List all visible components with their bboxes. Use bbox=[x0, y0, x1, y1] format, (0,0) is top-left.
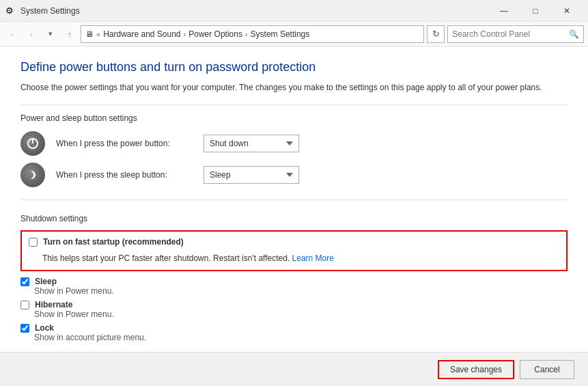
section-divider-2 bbox=[20, 199, 568, 200]
power-icon bbox=[20, 131, 45, 156]
power-button-label: When I press the power button: bbox=[56, 139, 193, 148]
hibernate-checkbox[interactable] bbox=[20, 301, 29, 309]
sleep-row: Sleep Show in Power menu. bbox=[20, 277, 568, 296]
fast-startup-checkbox[interactable] bbox=[29, 238, 38, 247]
shutdown-section: Shutdown settings Turn on fast startup (… bbox=[20, 214, 568, 346]
lock-checkbox-label[interactable]: Lock bbox=[35, 323, 54, 333]
learn-more-link[interactable]: Learn More bbox=[292, 253, 334, 263]
breadcrumb-path[interactable]: 🖥 « Hardware and Sound › Power Options ›… bbox=[81, 25, 424, 43]
bottom-bar: Save changes Cancel bbox=[0, 352, 588, 386]
fast-startup-label[interactable]: Turn on fast startup (recommended) bbox=[43, 237, 184, 247]
main-content: Define power buttons and turn on passwor… bbox=[0, 46, 588, 386]
fast-startup-row: Turn on fast startup (recommended) bbox=[29, 237, 559, 247]
recent-locations-button[interactable]: ▾ bbox=[42, 26, 59, 42]
minimize-button[interactable]: — bbox=[488, 0, 520, 22]
sleep-desc: Show in Power menu. bbox=[34, 286, 568, 296]
sleep-button-select[interactable]: Sleep Do nothing Hibernate Shut down bbox=[204, 166, 299, 184]
hibernate-desc: Show in Power menu. bbox=[34, 309, 568, 319]
fast-startup-box: Turn on fast startup (recommended) This … bbox=[20, 230, 568, 271]
forward-button[interactable]: › bbox=[23, 26, 40, 42]
address-bar: ‹ › ▾ ↑ 🖥 « Hardware and Sound › Power O… bbox=[0, 22, 588, 46]
sleep-button-label: When I press the sleep button: bbox=[56, 170, 193, 180]
breadcrumb-hardware[interactable]: Hardware and Sound bbox=[103, 29, 180, 39]
search-box[interactable]: 🔍 bbox=[447, 25, 584, 43]
fast-startup-desc: This helps start your PC faster after sh… bbox=[42, 252, 559, 264]
lock-desc: Show in account picture menu. bbox=[34, 333, 568, 342]
refresh-button[interactable]: ↻ bbox=[427, 25, 445, 43]
breadcrumb-current: System Settings bbox=[251, 29, 310, 39]
back-button[interactable]: ‹ bbox=[4, 26, 20, 42]
search-input[interactable] bbox=[452, 29, 569, 39]
power-button-row: When I press the power button: Shut down… bbox=[20, 131, 568, 156]
section-divider-1 bbox=[20, 105, 568, 105]
page-title: Define power buttons and turn on passwor… bbox=[20, 60, 568, 74]
sleep-checkbox-group: Sleep Show in Power menu. Hibernate Show… bbox=[20, 277, 568, 342]
shutdown-section-title: Shutdown settings bbox=[20, 214, 568, 223]
page-description: Choose the power settings that you want … bbox=[20, 81, 568, 94]
lock-row: Lock Show in account picture menu. bbox=[20, 323, 568, 342]
window-controls: — □ ✕ bbox=[488, 0, 583, 22]
hibernate-row: Hibernate Show in Power menu. bbox=[20, 300, 568, 319]
up-button[interactable]: ↑ bbox=[61, 26, 78, 42]
app-icon: ⚙ bbox=[5, 5, 16, 16]
power-button-select[interactable]: Shut down Do nothing Sleep Hibernate Tur… bbox=[204, 135, 299, 152]
close-button[interactable]: ✕ bbox=[551, 0, 583, 22]
breadcrumb-icon: 🖥 bbox=[85, 29, 94, 39]
sleep-button-row: When I press the sleep button: Sleep Do … bbox=[20, 163, 568, 187]
sleep-icon bbox=[20, 163, 45, 187]
breadcrumb-power[interactable]: Power Options bbox=[188, 29, 242, 39]
section1-title: Power and sleep button settings bbox=[20, 113, 568, 123]
cancel-button[interactable]: Cancel bbox=[520, 360, 574, 379]
sleep-checkbox[interactable] bbox=[20, 277, 29, 286]
window-title: System Settings bbox=[20, 6, 488, 16]
maximize-button[interactable]: □ bbox=[520, 0, 551, 22]
search-icon: 🔍 bbox=[569, 29, 579, 39]
sleep-checkbox-label[interactable]: Sleep bbox=[35, 277, 57, 286]
lock-checkbox[interactable] bbox=[20, 324, 29, 333]
title-bar: ⚙ System Settings — □ ✕ bbox=[0, 0, 588, 22]
save-changes-button[interactable]: Save changes bbox=[438, 360, 514, 379]
hibernate-checkbox-label[interactable]: Hibernate bbox=[35, 300, 72, 309]
